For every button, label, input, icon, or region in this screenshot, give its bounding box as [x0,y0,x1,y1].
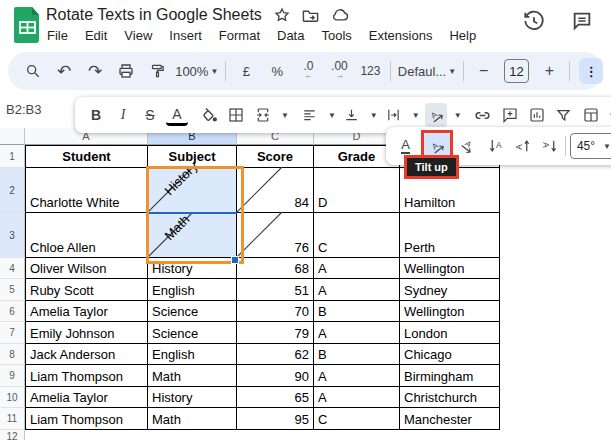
cell-a1[interactable]: Student [25,145,148,168]
document-title[interactable]: Rotate Texts in Google Sheets [46,6,262,24]
chevron-down-icon[interactable]: ▼ [412,111,420,120]
search-icon[interactable] [22,59,44,83]
row-number-4[interactable]: 4 [0,258,25,279]
text-wrap-icon[interactable] [383,103,405,127]
paint-format-icon[interactable] [146,59,168,83]
move-folder-icon[interactable] [302,8,319,23]
cell-c2[interactable]: 84 [237,168,314,213]
stack-vertically-button[interactable]: A [484,133,507,159]
cell-d5[interactable]: A [314,279,400,301]
row-number-8[interactable]: 8 [0,344,25,365]
row-number-10[interactable]: 10 [0,387,25,408]
currency-format-button[interactable]: £ [235,59,257,83]
cell-e8[interactable]: Chicago [400,344,500,365]
cell-c4[interactable]: 68 [237,258,314,279]
cell-a7[interactable]: Emily Johnson [25,322,148,344]
vertical-align-icon[interactable] [341,103,363,127]
cell-e3[interactable]: Perth [400,213,500,258]
cell-c9[interactable]: 90 [237,365,314,387]
menu-edit[interactable]: Edit [85,28,107,43]
cell-b11[interactable]: Math [148,408,237,430]
row-number-6[interactable]: 6 [0,301,25,322]
cell-d9[interactable]: A [314,365,400,387]
more-options-button[interactable]: ⋮ [579,58,603,84]
menu-insert[interactable]: Insert [169,28,202,43]
horizontal-align-icon[interactable] [299,103,321,127]
cell-b6[interactable]: Science [148,301,237,322]
name-box[interactable]: B2:B3 [6,102,76,117]
cloud-saved-icon[interactable] [331,8,349,22]
rotate-up-button[interactable]: A [511,133,534,159]
cell-e7[interactable]: London [400,322,500,344]
rotate-down-button[interactable]: A [538,133,561,159]
insert-chart-icon[interactable] [526,103,548,127]
decrease-decimal-button[interactable]: .0← [297,59,319,83]
insert-link-icon[interactable] [472,103,494,127]
cell-e4[interactable]: Wellington [400,258,500,279]
chevron-down-icon[interactable]: ▼ [370,111,378,120]
select-all-corner[interactable] [0,128,25,145]
chevron-down-icon[interactable]: ▼ [281,111,289,120]
fill-color-icon[interactable] [198,103,220,127]
cell-a8[interactable]: Jack Anderson [25,344,148,365]
cell-c5[interactable]: 51 [237,279,314,301]
print-icon[interactable] [115,59,137,83]
chevron-down-icon[interactable]: ▼ [454,111,462,120]
row-number-1[interactable]: 1 [0,145,25,168]
cell-d11[interactable]: C [314,408,400,430]
rotation-angle-select[interactable]: 45° ▼ [570,133,611,159]
undo-icon[interactable]: ↶ [53,59,75,83]
cell-a3[interactable]: Chloe Allen [25,213,148,258]
cell-e6[interactable]: Wellington [400,301,500,322]
create-filter-icon[interactable] [553,103,575,127]
row-number-12[interactable]: 12 [0,430,25,440]
menu-tools[interactable]: Tools [321,28,351,43]
menu-extensions[interactable]: Extensions [369,28,433,43]
cell-d4[interactable]: A [314,258,400,279]
decrease-font-size-button[interactable]: − [473,59,495,83]
cell-b8[interactable]: English [148,344,237,365]
cell-d8[interactable]: B [314,344,400,365]
cell-a10[interactable]: Amelia Taylor [25,387,148,408]
zoom-select[interactable]: 100%▼ [177,59,216,83]
menu-view[interactable]: View [124,28,152,43]
cell-b5[interactable]: English [148,279,237,301]
merge-cells-icon[interactable] [252,103,274,127]
cell-e5[interactable]: Sydney [400,279,500,301]
menu-file[interactable]: File [47,28,68,43]
cell-a9[interactable]: Liam Thompson [25,365,148,387]
cell-c8[interactable]: 62 [237,344,314,365]
cell-c1[interactable]: Score [237,145,314,168]
cell-e10[interactable]: Christchurch [400,387,500,408]
chevron-down-icon[interactable]: ▼ [328,111,336,120]
tilt-down-button[interactable]: A [457,133,480,159]
borders-icon[interactable] [225,103,247,127]
cell-d3[interactable]: C [314,213,400,258]
cell-b9[interactable]: Math [148,365,237,387]
cell-d6[interactable]: B [314,301,400,322]
font-size-input[interactable]: 12 [504,59,530,83]
cell-c10[interactable]: 65 [237,387,314,408]
cell-c6[interactable]: 70 [237,301,314,322]
strikethrough-button[interactable]: S [139,103,161,127]
cell-a4[interactable]: Oliver Wilson [25,258,148,279]
cell-d10[interactable]: A [314,387,400,408]
cell-b10[interactable]: History [148,387,237,408]
cell-c11[interactable]: 95 [237,408,314,430]
cell-e9[interactable]: Birmingham [400,365,500,387]
cell-d7[interactable]: A [314,322,400,344]
menu-help[interactable]: Help [449,28,476,43]
font-select[interactable]: Defaul...▼ [400,59,453,83]
insert-comment-icon[interactable] [499,103,521,127]
menu-format[interactable]: Format [219,28,260,43]
cell-a5[interactable]: Ruby Scott [25,279,148,301]
cell-a6[interactable]: Amelia Taylor [25,301,148,322]
row-number-5[interactable]: 5 [0,279,25,301]
row-number-3[interactable]: 3 [0,213,25,258]
italic-button[interactable]: I [112,103,134,127]
menu-data[interactable]: Data [277,28,304,43]
version-history-icon[interactable] [523,10,545,32]
row-number-2[interactable]: 2 [0,168,25,213]
comment-history-icon[interactable] [571,10,593,32]
cell-a11[interactable]: Liam Thompson [25,408,148,430]
